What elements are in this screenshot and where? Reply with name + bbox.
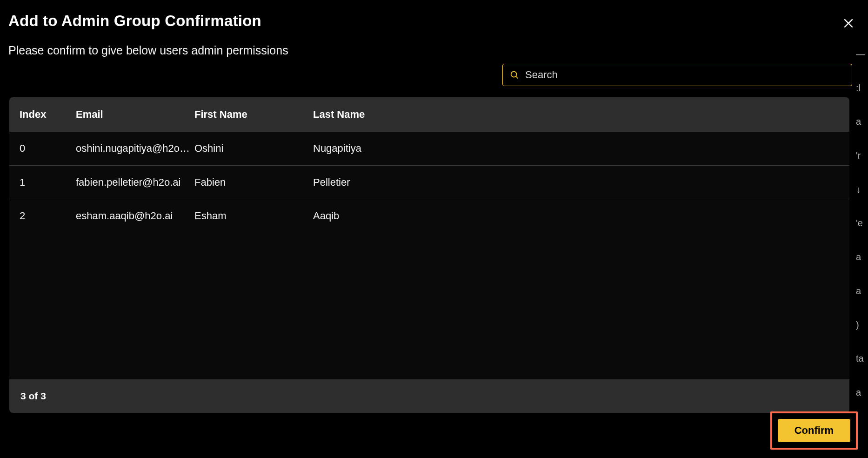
row-count-label: 3 of 3 [20, 391, 46, 402]
search-input[interactable] [525, 69, 845, 81]
table-row[interactable]: 0 oshini.nugapitiya@h2o.ai Oshini Nugapi… [9, 132, 849, 165]
confirm-button[interactable]: Confirm [778, 419, 850, 442]
column-header-index[interactable]: Index [9, 108, 76, 121]
cell-index: 2 [9, 210, 76, 222]
cell-index: 1 [9, 176, 76, 189]
cell-first-name: Fabien [194, 176, 313, 189]
dialog-header: Add to Admin Group Confirmation [8, 8, 860, 34]
table-row[interactable]: 2 esham.aaqib@h2o.ai Esham Aaqib [9, 199, 849, 232]
cell-last-name: Nugapitiya [313, 142, 849, 155]
cell-last-name: Aaqib [313, 210, 849, 222]
cell-first-name: Esham [194, 210, 313, 222]
table-body: 0 oshini.nugapitiya@h2o.ai Oshini Nugapi… [9, 132, 849, 379]
table-footer: 3 of 3 [9, 379, 849, 413]
dialog-title: Add to Admin Group Confirmation [8, 8, 261, 30]
table-row[interactable]: 1 fabien.pelletier@h2o.ai Fabien Pelleti… [9, 165, 849, 199]
close-icon [842, 17, 855, 29]
search-row [8, 64, 860, 86]
cell-email: fabien.pelletier@h2o.ai [76, 176, 194, 189]
cell-email: oshini.nugapitiya@h2o.ai [76, 142, 194, 155]
close-button[interactable] [838, 13, 859, 34]
svg-line-3 [516, 76, 518, 78]
cell-first-name: Oshini [194, 142, 313, 155]
users-table: Index Email First Name Last Name 0 oshin… [9, 97, 849, 413]
confirm-highlight: Confirm [770, 411, 858, 450]
cell-index: 0 [9, 142, 76, 155]
cell-last-name: Pelletier [313, 176, 849, 189]
column-header-last-name[interactable]: Last Name [313, 108, 849, 121]
column-header-email[interactable]: Email [76, 108, 194, 121]
cell-email: esham.aaqib@h2o.ai [76, 210, 194, 222]
admin-group-confirmation-dialog: Add to Admin Group Confirmation Please c… [0, 0, 868, 458]
search-icon [509, 70, 520, 80]
dialog-subtitle: Please confirm to give below users admin… [8, 44, 860, 57]
table-header-row: Index Email First Name Last Name [9, 97, 849, 132]
svg-point-2 [511, 72, 517, 77]
search-box[interactable] [502, 64, 852, 86]
column-header-first-name[interactable]: First Name [194, 108, 313, 121]
